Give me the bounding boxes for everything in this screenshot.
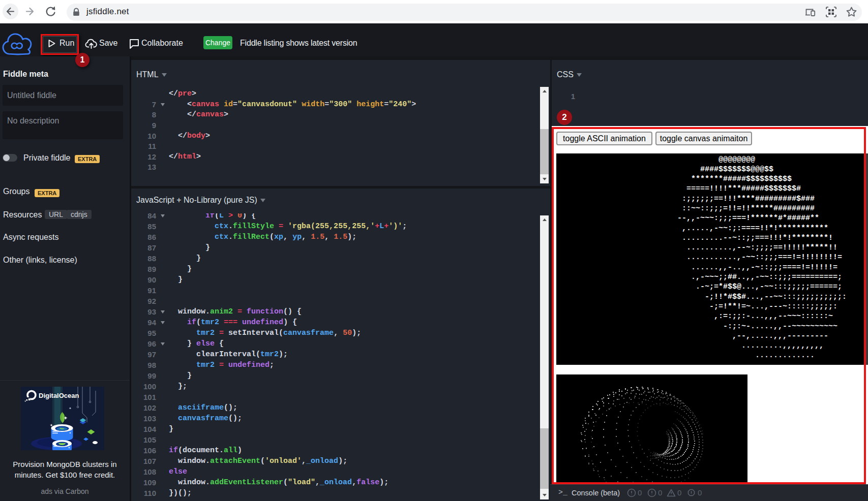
svg-text:0: 0 <box>698 488 702 497</box>
svg-text:0: 0 <box>638 488 642 497</box>
svg-text:DigitalOcean: DigitalOcean <box>39 392 79 399</box>
svg-text:0: 0 <box>658 488 662 497</box>
svg-text:0: 0 <box>677 488 681 497</box>
